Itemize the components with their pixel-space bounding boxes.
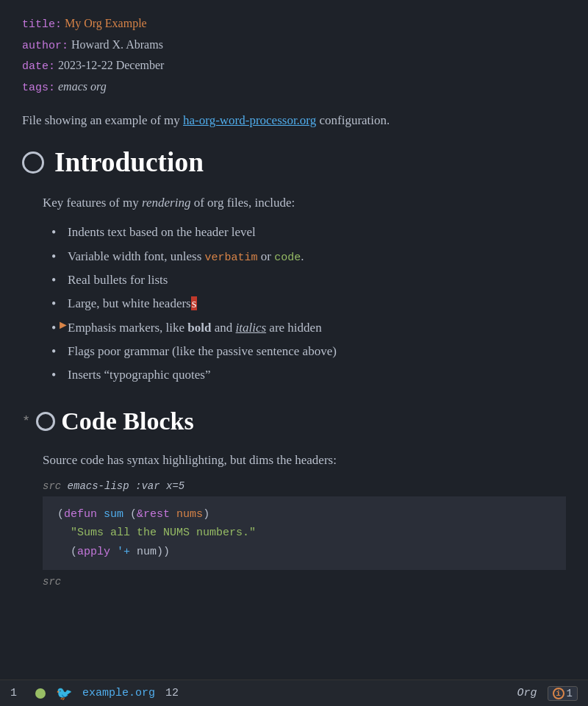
code-line-3: (apply '+ num)) (57, 543, 551, 562)
code-nums: nums (176, 508, 203, 521)
meta-tags-value: emacs org (58, 76, 107, 96)
code-text: code (274, 252, 301, 264)
list-item-text: Emphasis markers, like bold and italics … (68, 321, 322, 335)
list-item-text: Flags poor grammar (like the passive sen… (68, 344, 337, 358)
meta-date-row: date: 2023-12-22 December (22, 55, 566, 76)
section1-body-before: Key features of my (43, 196, 142, 210)
list-item: Variable width font, unless verbatim or … (51, 247, 566, 266)
src-end-label: src (43, 576, 566, 588)
intro-paragraph: File showing an example of my ha-org-wor… (22, 110, 566, 130)
meta-title-key: title: (22, 15, 62, 35)
section1-body-italic: rendering (142, 196, 190, 210)
meta-title-value: My Org Example (65, 13, 147, 33)
status-dot (35, 688, 46, 699)
info-circle-icon: i (553, 688, 564, 699)
cursor: s (191, 296, 198, 310)
meta-tags-key: tags: (22, 79, 55, 98)
section1-header: Introduction (22, 146, 566, 178)
meta-author-key: author: (22, 37, 68, 56)
section2-title: Code Blocks (61, 407, 193, 435)
status-filename[interactable]: example.org (82, 687, 155, 699)
code-line-1: (defun sum (&rest nums) (57, 505, 551, 524)
code-num: num)) (137, 546, 170, 558)
status-bar: 1 🐦 example.org 12 Org i 1 (0, 680, 588, 706)
section2-header: * Code Blocks (22, 407, 566, 435)
section2-icon (36, 412, 55, 431)
section1-title: Introduction (54, 146, 204, 178)
list-item-text: Inserts “typographic quotes” (68, 368, 211, 382)
status-mode: Org (517, 687, 537, 699)
section1-icon (22, 151, 44, 174)
section1-body-rest: of org files, include: (190, 196, 295, 210)
meta-date-key: date: (22, 57, 55, 76)
code-string: "Sums all the NUMS numbers." (57, 527, 256, 539)
src-label: src emacs-lisp :var x=5 (43, 480, 566, 492)
status-line-count: 12 (165, 687, 179, 699)
code-line-2: "Sums all the NUMS numbers." (57, 524, 551, 543)
intro-text-after: configuration. (316, 113, 390, 127)
section1-bullet-list: Indents text based on the header level V… (51, 223, 566, 385)
meta-author-value: Howard X. Abrams (71, 35, 163, 54)
list-item: Real bullets for lists (51, 271, 566, 290)
list-item: Inserts “typographic quotes” (51, 366, 566, 385)
status-line-number: 1 (10, 687, 25, 699)
list-item-text: Variable width font, unless verbatim or … (68, 249, 304, 263)
code-quote-plus: '+ (117, 546, 137, 558)
src-value: emacs-lisp :var x=5 (68, 480, 185, 492)
list-item: Indents text based on the header level (51, 223, 566, 242)
code-defun: defun (64, 508, 97, 521)
status-info-count: 1 (567, 688, 573, 699)
status-info-badge: i 1 (548, 686, 578, 701)
metadata-block: title: My Org Example author: Howard X. … (22, 13, 566, 97)
list-item-text: Large, but white headerss (68, 296, 197, 310)
emacs-icon: 🐦 (56, 685, 72, 702)
list-item: Large, but white headerss (51, 294, 566, 313)
bold-text: bold (187, 321, 211, 335)
section2-body: Source code has syntax highlighting, but… (43, 450, 566, 470)
meta-title-row: title: My Org Example (22, 13, 566, 35)
italic-text: italics (236, 321, 267, 335)
meta-author-row: author: Howard X. Abrams (22, 35, 566, 56)
code-block: (defun sum (&rest nums) "Sums all the NU… (43, 496, 566, 571)
code-rest: &rest (137, 508, 170, 521)
intro-text-before: File showing an example of my (22, 113, 183, 127)
meta-date-value: 2023-12-22 December (58, 55, 164, 75)
current-line-wrapper: ► Emphasis markers, like bold and italic… (51, 318, 566, 338)
intro-link[interactable]: ha-org-word-processor.org (183, 113, 316, 127)
section1-body: Key features of my rendering of org file… (43, 193, 566, 213)
meta-tags-row: tags: emacs org (22, 76, 566, 98)
code-sum: sum (104, 508, 123, 521)
code-section: Source code has syntax highlighting, but… (43, 450, 566, 588)
list-item: Emphasis markers, like bold and italics … (51, 318, 566, 338)
section2-prefix: * (22, 413, 30, 429)
list-item: Flags poor grammar (like the passive sen… (51, 342, 566, 361)
code-apply: apply (77, 546, 110, 558)
verbatim-text: verbatim (205, 252, 258, 264)
list-item-text: Indents text based on the header level (68, 225, 256, 239)
list-item-text: Real bullets for lists (68, 273, 168, 287)
src-keyword: src (43, 480, 68, 492)
